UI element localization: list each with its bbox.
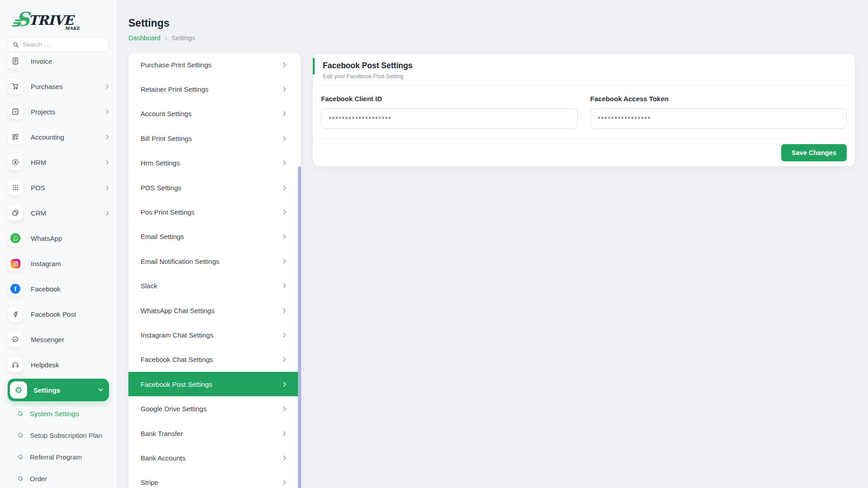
settings-menu-item-instagram-chat[interactable]: Instagram Chat Settings [128, 323, 301, 347]
helpdesk-icon [8, 357, 23, 372]
chevron-right-icon [283, 283, 286, 288]
chevron-right-icon [283, 62, 286, 67]
facebook-access-token-field-group: Facebook Access Token [590, 95, 847, 129]
facebook-access-token-input[interactable] [590, 108, 847, 129]
settings-menu-item-facebook-post[interactable]: Facebook Post Settings [128, 372, 301, 396]
sidebar-item-label: Settings [33, 386, 92, 394]
bullet-icon [17, 475, 24, 482]
settings-menu-item-pos[interactable]: POS Settings [128, 175, 301, 200]
settings-menu-label: Account Settings [141, 110, 192, 117]
chevron-right-icon [283, 382, 286, 387]
crm-icon [8, 205, 23, 221]
sidebar: S TRIVE MAKE Invoice Purchas [0, 0, 117, 488]
sidebar-item-projects[interactable]: Projects [8, 104, 109, 119]
settings-menu-label: Facebook Chat Settings [141, 356, 213, 363]
sidebar-subitem-label: Referral Program [30, 453, 82, 461]
whatsapp-icon [8, 230, 23, 246]
sidebar-subitem-label: Setup Subscription Plan [30, 432, 102, 439]
sidebar-subitem-order[interactable]: Order [8, 468, 109, 488]
settings-menu-item-pos-print[interactable]: Pos Print Settings [128, 200, 301, 224]
invoice-icon [8, 53, 23, 69]
settings-menu-label: Bank Transfer [141, 430, 183, 437]
chevron-right-icon [283, 111, 286, 116]
settings-menu-item-bank-transfer[interactable]: Bank Transfer [128, 421, 301, 446]
search-box [8, 37, 109, 52]
breadcrumb-current: Settings [171, 34, 195, 42]
chevron-right-icon [106, 211, 109, 216]
sidebar-item-facebook-post[interactable]: Facebook Post [8, 306, 109, 322]
sidebar-subitem-setup-subscription-plan[interactable]: Setup Subscription Plan [8, 424, 109, 446]
settings-menu-label: Purchase Print Settings [141, 61, 212, 69]
chevron-right-icon [283, 210, 286, 215]
settings-menu-item-bank-accounts[interactable]: Bank Accounts [128, 446, 301, 470]
sidebar-item-label: Purchases [31, 83, 98, 90]
sidebar-item-purchases[interactable]: Purchases [8, 79, 109, 94]
breadcrumb-separator-icon: › [165, 35, 167, 42]
sidebar-item-label: Facebook [31, 285, 109, 293]
sidebar-item-label: Helpdesk [31, 361, 109, 369]
app-root: S TRIVE MAKE Invoice Purchas [0, 0, 868, 488]
settings-menu-item-stripe[interactable]: Stripe [128, 470, 301, 488]
sidebar-item-label: Invoice [31, 57, 109, 65]
sidebar-subitem-system-settings[interactable]: System Settings [8, 403, 109, 424]
chevron-right-icon [283, 259, 286, 264]
settings-menu-item-purchase-print[interactable]: Purchase Print Settings [128, 52, 301, 77]
save-changes-button[interactable]: Save Changes [781, 144, 847, 161]
sidebar-item-instagram[interactable]: Instagram [8, 256, 109, 271]
settings-menu-item-retainer-print[interactable]: Retainer Print Settings [128, 77, 301, 101]
sidebar-item-label: Instagram [31, 260, 109, 267]
settings-menu-label: Retainer Print Settings [141, 85, 208, 93]
facebook-post-settings-card: Facebook Post Settings Edit your Faceboo… [313, 54, 855, 166]
settings-menu-item-bill-print[interactable]: Bill Print Settings [128, 126, 301, 150]
chevron-right-icon [283, 480, 286, 485]
sidebar-subitem-referral-program[interactable]: Referral Program [8, 446, 109, 468]
chevron-right-icon [106, 185, 109, 190]
sidebar-subitem-label: Order [30, 475, 47, 483]
chevron-down-icon [98, 388, 103, 392]
breadcrumb-dashboard-link[interactable]: Dashboard [128, 34, 160, 42]
sidebar-item-label: WhatsApp [31, 235, 109, 242]
sidebar-item-label: Accounting [31, 133, 98, 141]
settings-menu-item-slack[interactable]: Slack [128, 274, 301, 298]
card-subtitle: Edit your Facebook Post Setting [323, 73, 845, 80]
settings-menu-item-facebook-chat[interactable]: Facebook Chat Settings [128, 347, 301, 372]
sidebar-item-whatsapp[interactable]: WhatsApp [8, 230, 109, 246]
settings-menu-label: Facebook Post Settings [141, 380, 212, 388]
sidebar-item-invoice[interactable]: Invoice [8, 53, 109, 69]
chevron-right-icon [106, 135, 109, 140]
chevron-right-icon [283, 136, 286, 141]
sidebar-item-accounting[interactable]: Accounting [8, 129, 109, 145]
settings-menu-item-account[interactable]: Account Settings [128, 102, 301, 126]
settings-menu-item-email[interactable]: Email Settings [128, 225, 301, 249]
instagram-icon [8, 256, 23, 271]
sidebar-item-messenger[interactable]: Messenger [8, 332, 109, 347]
settings-menu-item-google-drive[interactable]: Google Drive Settings [128, 396, 301, 421]
sidebar-item-pos[interactable]: POS [8, 180, 109, 195]
card-title: Facebook Post Settings [323, 61, 845, 70]
chevron-right-icon [106, 109, 109, 114]
chevron-right-icon [283, 160, 286, 165]
sidebar-item-hrm[interactable]: HRM [8, 155, 109, 170]
sidebar-item-label: Facebook Post [31, 310, 109, 318]
sidebar-item-settings[interactable]: ⚙ Settings [8, 379, 109, 401]
settings-menu-scrollbar[interactable] [298, 166, 301, 488]
settings-menu-label: WhatsApp Chat Settings [141, 307, 214, 314]
search-input[interactable] [23, 41, 104, 48]
settings-menu-label: Pos Print Settings [141, 208, 194, 216]
card-accent-bar [313, 58, 315, 75]
settings-menu-item-hrm[interactable]: Hrm Settings [128, 151, 301, 175]
sidebar-item-crm[interactable]: CRM [8, 205, 109, 221]
projects-icon [8, 104, 23, 119]
sidebar-item-label: Messenger [31, 336, 109, 343]
facebook-access-token-label: Facebook Access Token [590, 95, 847, 103]
settings-menu-label: POS Settings [141, 184, 181, 192]
settings-menu-item-whatsapp-chat[interactable]: WhatsApp Chat Settings [128, 298, 301, 323]
facebook-client-id-input[interactable] [321, 108, 578, 129]
settings-menu-item-email-notification[interactable]: Email Notification Settings [128, 249, 301, 273]
sidebar-item-label: HRM [31, 159, 98, 166]
sidebar-item-facebook[interactable]: f Facebook [8, 281, 109, 296]
sidebar-item-helpdesk[interactable]: Helpdesk [8, 357, 109, 372]
chevron-right-icon [283, 333, 286, 338]
chevron-right-icon [283, 234, 286, 239]
facebook-icon: f [8, 281, 23, 296]
